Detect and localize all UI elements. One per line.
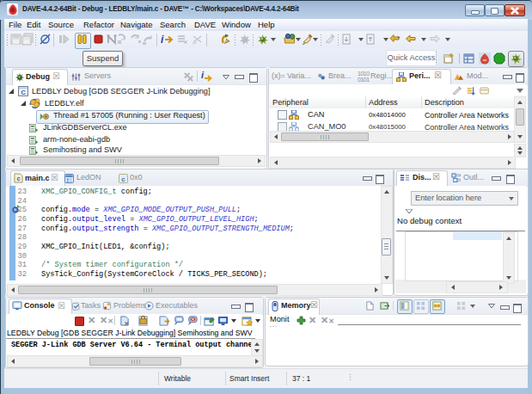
svg-text:C: C bbox=[21, 89, 26, 96]
svg-text:c: c bbox=[16, 175, 20, 182]
svg-text:c: c bbox=[121, 175, 125, 183]
